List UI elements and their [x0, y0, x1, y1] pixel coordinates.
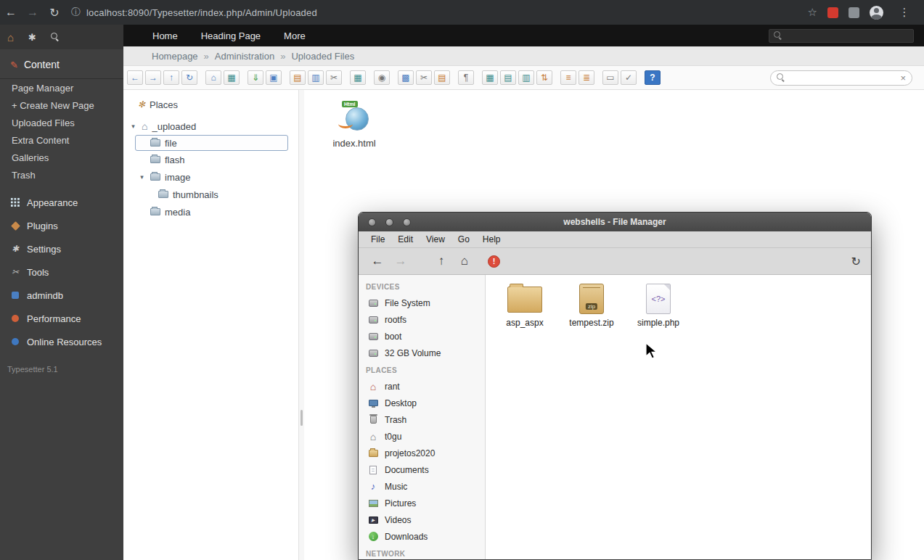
- fm-refresh-button[interactable]: ↻: [851, 255, 861, 268]
- toolbar-grid-button[interactable]: ▦: [482, 70, 498, 85]
- tree-item-uploaded[interactable]: ▾ ⌂ _uploaded: [123, 118, 298, 135]
- fm-titlebar[interactable]: webshells - File Manager: [359, 213, 871, 231]
- sidebar-item-appearance[interactable]: Appearance: [0, 191, 123, 214]
- window-control-button[interactable]: [385, 218, 393, 226]
- toolbar-align-left-button[interactable]: ≡: [560, 70, 576, 85]
- toolbar-align-right-button[interactable]: ≣: [578, 70, 594, 85]
- toolbar-up-button[interactable]: ↑: [163, 70, 179, 85]
- toolbar-preview-button[interactable]: ◉: [374, 70, 390, 85]
- fm-sidebar-item-rant[interactable]: ⌂ rant: [359, 378, 485, 395]
- fm-menu-go[interactable]: Go: [451, 234, 476, 244]
- browser-forward-button[interactable]: →: [22, 6, 44, 19]
- toolbar-save-button[interactable]: ▣: [266, 70, 282, 85]
- search-icon[interactable]: [51, 33, 60, 41]
- fm-back-button[interactable]: ←: [366, 254, 389, 268]
- url-text[interactable]: localhost:8090/Typesetter/index.php/Admi…: [86, 7, 317, 18]
- extensions-icon[interactable]: [849, 7, 859, 18]
- site-info-icon[interactable]: ⓘ: [71, 6, 81, 19]
- toolbar-search-clear-icon[interactable]: ×: [900, 73, 906, 83]
- toolbar-refresh-button[interactable]: ↻: [181, 70, 197, 85]
- toolbar-grid3-button[interactable]: ▥: [518, 70, 534, 85]
- sidebar-item-plugins[interactable]: Plugins: [0, 214, 123, 237]
- gear-icon[interactable]: ✱: [28, 32, 36, 43]
- sidebar-item-create-new-page[interactable]: + Create New Page: [0, 96, 123, 114]
- fm-menu-file[interactable]: File: [364, 234, 391, 244]
- sidebar-item-uploaded-files[interactable]: Uploaded Files: [0, 114, 123, 131]
- fm-menu-help[interactable]: Help: [476, 234, 507, 244]
- breadcrumb-homepage[interactable]: Homepage: [152, 51, 198, 62]
- sidebar-item-settings[interactable]: ✱ Settings: [0, 237, 123, 260]
- browser-back-button[interactable]: ←: [0, 6, 22, 19]
- fm-file-asp-aspx[interactable]: asp_aspx: [491, 282, 558, 328]
- toolbar-paste-button[interactable]: ▤: [290, 70, 306, 85]
- toolbar-back-button[interactable]: ←: [127, 70, 143, 85]
- sidebar-item-admindb[interactable]: admindb: [0, 284, 123, 307]
- fm-sidebar-item-music[interactable]: ♪ Music: [359, 478, 485, 495]
- toolbar-search-input[interactable]: [790, 73, 896, 83]
- tree-item-flash[interactable]: flash: [123, 151, 298, 168]
- toolbar-text-button[interactable]: ¶: [458, 70, 474, 85]
- toolbar-forward-button[interactable]: →: [145, 70, 161, 85]
- fm-home-button[interactable]: ⌂: [453, 254, 476, 268]
- sidebar-item-page-manager[interactable]: Page Manager: [0, 79, 123, 96]
- toolbar-field-button[interactable]: ▭: [602, 70, 618, 85]
- window-control-button[interactable]: [403, 218, 411, 226]
- toolbar-search[interactable]: ×: [770, 70, 912, 86]
- tree-item-media[interactable]: media: [123, 203, 298, 221]
- tree-item-places[interactable]: ✻ Places: [123, 96, 298, 113]
- toolbar-sort-button[interactable]: ⇅: [536, 70, 552, 85]
- profile-avatar[interactable]: [870, 6, 883, 20]
- home-icon[interactable]: ⌂: [7, 31, 14, 44]
- fm-sidebar-item-desktop[interactable]: Desktop: [359, 395, 485, 411]
- fm-sidebar-item-file-system[interactable]: File System: [359, 295, 485, 311]
- extension-badge-icon[interactable]: [827, 7, 838, 18]
- fm-sidebar-item-pictures[interactable]: Pictures: [359, 495, 485, 511]
- toolbar-copy-button[interactable]: ▩: [398, 70, 414, 85]
- breadcrumb-administration[interactable]: Administration: [215, 51, 274, 62]
- sidebar-item-extra-content[interactable]: Extra Content: [0, 131, 123, 149]
- toolbar-grid2-button[interactable]: ▤: [500, 70, 516, 85]
- toolbar-home-upload-button[interactable]: ⌂: [205, 70, 221, 85]
- window-control-button[interactable]: [368, 218, 376, 226]
- fm-sidebar-item-t0gu[interactable]: ⌂ t0gu: [359, 428, 485, 445]
- tree-item-image[interactable]: ▾ image: [123, 168, 298, 186]
- fm-sidebar-item-32gb-volume[interactable]: 32 GB Volume: [359, 345, 485, 361]
- nav-item-more[interactable]: More: [272, 30, 317, 41]
- sidebar-item-online-resources[interactable]: Online Resources: [0, 330, 123, 353]
- sidebar-item-galleries[interactable]: Galleries: [0, 149, 123, 166]
- fm-sidebar-item-downloads[interactable]: ↓ Downloads: [359, 528, 485, 545]
- fm-sidebar-item-videos[interactable]: ▶ Videos: [359, 511, 485, 528]
- nav-search[interactable]: [769, 29, 914, 43]
- toolbar-spellcheck-button[interactable]: ✓: [621, 70, 637, 85]
- toolbar-help-button[interactable]: ?: [645, 70, 661, 85]
- sidebar-content-header[interactable]: ✎ Content: [0, 49, 123, 78]
- fm-menu-edit[interactable]: Edit: [391, 234, 420, 244]
- fm-sidebar-item-rootfs[interactable]: rootfs: [359, 311, 485, 328]
- fm-sidebar-item-projetos2020[interactable]: projetos2020: [359, 445, 485, 461]
- sidebar-item-tools[interactable]: ✂ Tools: [0, 260, 123, 284]
- toolbar-cut2-button[interactable]: ✂: [416, 70, 432, 85]
- toolbar-table-button[interactable]: ▦: [350, 70, 366, 85]
- tree-item-thumbnails[interactable]: thumbnails: [123, 186, 298, 203]
- fm-file-simple-php[interactable]: <?> simple.php: [625, 282, 692, 328]
- file-item-index-html[interactable]: Html index.html: [323, 99, 385, 149]
- fm-forward-button[interactable]: →: [389, 254, 412, 268]
- fm-menu-view[interactable]: View: [420, 234, 451, 244]
- browser-menu-icon[interactable]: ⋮: [894, 6, 915, 19]
- toolbar-paste2-button[interactable]: ▤: [434, 70, 450, 85]
- bookmark-star-icon[interactable]: ☆: [808, 6, 817, 19]
- sidebar-item-trash[interactable]: Trash: [0, 166, 123, 184]
- fm-sidebar-item-documents[interactable]: Documents: [359, 461, 485, 478]
- nav-item-heading-page[interactable]: Heading Page: [189, 30, 272, 41]
- toolbar-cut-button[interactable]: ✂: [326, 70, 342, 85]
- fm-file-tempest-zip[interactable]: zip tempest.zip: [558, 282, 625, 328]
- toolbar-save-as-button[interactable]: ▥: [308, 70, 324, 85]
- fm-sidebar-item-boot[interactable]: boot: [359, 328, 485, 345]
- nav-item-home[interactable]: Home: [141, 30, 189, 41]
- address-bar[interactable]: ⓘ localhost:8090/Typesetter/index.php/Ad…: [71, 6, 317, 19]
- browser-reload-button[interactable]: ↻: [44, 6, 65, 20]
- fm-warning-icon[interactable]: !: [488, 255, 500, 268]
- toolbar-display-button[interactable]: ▦: [224, 70, 240, 85]
- sidebar-item-performance[interactable]: Performance: [0, 307, 123, 330]
- expander-icon[interactable]: ▾: [129, 123, 137, 130]
